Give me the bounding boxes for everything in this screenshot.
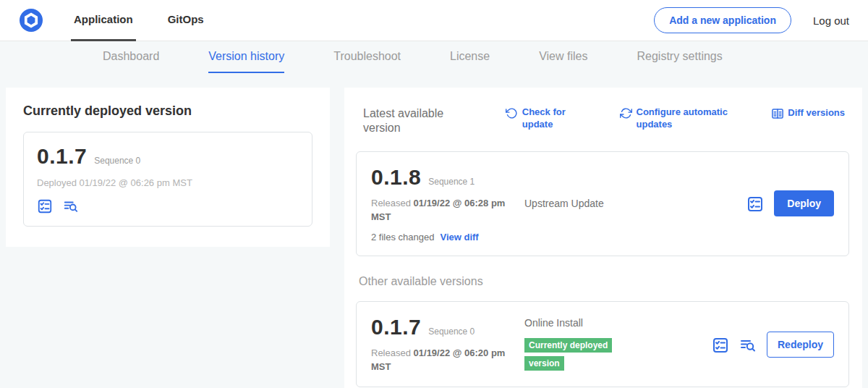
preflight-checks-icon[interactable] [746, 195, 762, 211]
logout-link[interactable]: Log out [813, 14, 849, 27]
refresh-icon [506, 107, 518, 119]
diff-versions-label: Diff versions [788, 107, 845, 119]
deployed-panel-title: Currently deployed version [23, 104, 312, 119]
other-version-number: 0.1.7 [371, 315, 421, 340]
nav-tab-label: Application [74, 13, 133, 25]
latest-release-card: 0.1.8 Sequence 1 Released 01/19/22 @ 06:… [356, 151, 849, 256]
check-for-update-label: Check for update [522, 106, 586, 131]
available-header: Latest available version Check for updat… [356, 104, 849, 135]
released-label: Released [371, 198, 411, 208]
top-navbar: Application GitOps Add a new application… [0, 0, 868, 41]
subnav-label: Version history [208, 50, 284, 63]
main-content: Currently deployed version 0.1.7 Sequenc… [0, 73, 868, 388]
status-badge-wrap: Currently deployed version [524, 336, 626, 372]
subnav-item-registry-settings[interactable]: Registry settings [637, 41, 722, 73]
redeploy-button[interactable]: Redeploy [767, 332, 834, 358]
other-source-label: Online Install [524, 317, 712, 329]
other-versions-title: Other available versions [359, 275, 849, 288]
other-sequence-label: Sequence 0 [428, 326, 475, 337]
nav-tab-label: GitOps [168, 13, 204, 25]
subnav-item-view-files[interactable]: View files [539, 41, 587, 73]
nav-tab-gitops[interactable]: GitOps [165, 0, 207, 41]
deploy-button[interactable]: Deploy [774, 190, 834, 216]
deployed-version-number: 0.1.7 [37, 144, 87, 169]
diff-versions-button[interactable]: Diff versions [771, 106, 845, 119]
subnav-item-dashboard[interactable]: Dashboard [103, 41, 159, 73]
available-versions-panel: Latest available version Check for updat… [344, 88, 862, 388]
subnav-item-troubleshoot[interactable]: Troubleshoot [333, 41, 401, 73]
files-changed-label: 2 files changed [371, 232, 434, 242]
latest-version-number: 0.1.8 [371, 165, 421, 190]
currently-deployed-badge: Currently deployed version [524, 338, 612, 371]
other-release-card: 0.1.7 Sequence 0 Released 01/19/22 @ 06:… [356, 301, 849, 388]
nav-tab-application[interactable]: Application [71, 0, 136, 41]
subnav-label: View files [539, 50, 587, 63]
subnav-item-license[interactable]: License [450, 41, 490, 73]
view-diff-icon[interactable] [63, 198, 79, 214]
add-application-button[interactable]: Add a new application [654, 7, 791, 33]
files-changed-line: 2 files changedView diff [371, 232, 524, 242]
view-diff-icon[interactable] [739, 337, 755, 353]
preflight-checks-icon[interactable] [37, 198, 53, 214]
other-released-line: Released 01/19/22 @ 06:20 pm MST [371, 347, 509, 374]
app-logo-icon [19, 8, 43, 33]
subnav-label: Dashboard [103, 50, 159, 63]
deployed-sequence-label: Sequence 0 [94, 156, 140, 166]
view-diff-link[interactable]: View diff [440, 232, 478, 242]
check-for-update-button[interactable]: Check for update [506, 106, 586, 131]
diff-versions-icon [771, 107, 783, 119]
latest-sequence-label: Sequence 1 [428, 177, 475, 187]
latest-released-line: Released 01/19/22 @ 06:28 pm MST [371, 197, 509, 224]
subnav-label: Troubleshoot [333, 50, 401, 63]
deployed-timestamp: Deployed 01/19/22 @ 06:26 pm MST [37, 177, 299, 188]
released-label: Released [371, 347, 411, 358]
configure-automatic-updates-button[interactable]: Configure automatic updates [620, 106, 738, 131]
auto-update-icon [620, 107, 632, 119]
subnav-label: License [450, 50, 490, 63]
latest-source-label: Upstream Update [524, 198, 746, 209]
subnav-item-version-history[interactable]: Version history [208, 41, 284, 73]
deployed-version-card: 0.1.7 Sequence 0 Deployed 01/19/22 @ 06:… [23, 132, 312, 227]
preflight-checks-icon[interactable] [712, 337, 728, 353]
latest-available-title: Latest available version [363, 106, 472, 135]
app-subnav: Dashboard Version history Troubleshoot L… [0, 41, 868, 73]
configure-automatic-updates-label: Configure automatic updates [637, 106, 738, 131]
subnav-label: Registry settings [637, 50, 722, 63]
currently-deployed-panel: Currently deployed version 0.1.7 Sequenc… [6, 88, 330, 247]
